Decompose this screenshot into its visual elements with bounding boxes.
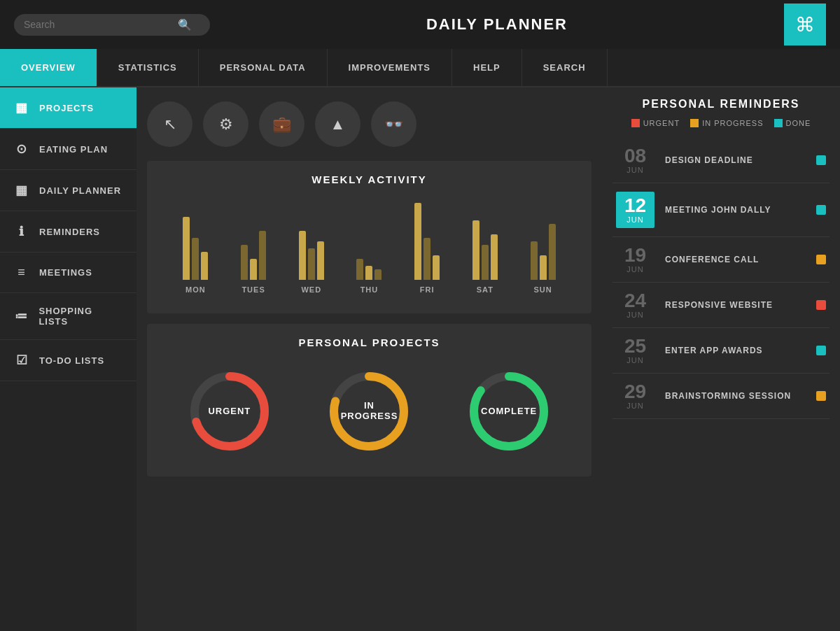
sidebar: ▦ PROJECTS ⊙ EATING PLAN ▦ DAILY PLANNER… <box>0 87 136 631</box>
content-area: ↖ ⚙ 💼 ▲ 👓 WEEKLY ACTIVITY MON <box>136 87 602 631</box>
reminder-date-25: 25 JUN <box>616 336 654 364</box>
reminder-text-12: MEETING JOHN DALLY <box>665 205 806 215</box>
sidebar-item-daily-planner[interactable]: ▦ DAILY PLANNER <box>0 170 136 211</box>
legend-label-done: DONE <box>786 119 811 127</box>
sidebar-item-meetings[interactable]: ≡ MEETINGS <box>0 253 136 293</box>
reminder-08-jun: 08 JUN DESIGN DEADLINE <box>612 138 830 183</box>
day-fri: FRI <box>414 196 440 294</box>
donut-urgent-label: URGENT <box>208 406 251 416</box>
reminders-icon: ℹ <box>14 224 29 239</box>
projects-row: URGENT IN PROGRESS COMPLETE <box>160 359 579 464</box>
bar-thu-2 <box>365 266 372 280</box>
tab-overview[interactable]: OVERVIEW <box>0 49 97 86</box>
sidebar-item-shopping-lists[interactable]: ≔ SHOPPING LISTS <box>0 293 136 340</box>
bar-wed-1 <box>299 231 306 280</box>
reminder-date-12: 12 JUN <box>616 192 654 228</box>
sidebar-label-shopping: SHOPPING LISTS <box>38 306 122 327</box>
day-tues: TUES <box>241 196 266 294</box>
reminder-date-24: 24 JUN <box>616 291 654 319</box>
glasses-icon-btn[interactable]: 👓 <box>371 101 416 147</box>
settings-icon-btn[interactable]: ⚙ <box>203 101 248 147</box>
sidebar-label-eating-plan: EATING PLAN <box>39 144 108 155</box>
icon-row: ↖ ⚙ 💼 ▲ 👓 <box>147 98 592 150</box>
sidebar-label-meetings: MEETINGS <box>39 267 92 278</box>
reminder-month-29: JUN <box>616 402 654 410</box>
legend-progress: IN PROGRESS <box>690 119 763 127</box>
sidebar-label-todo: TO-DO LISTS <box>39 355 104 366</box>
main-layout: ▦ PROJECTS ⊙ EATING PLAN ▦ DAILY PLANNER… <box>0 87 840 631</box>
day-mon: MON <box>183 196 208 294</box>
sidebar-label-daily-planner: DAILY PLANNER <box>39 185 121 196</box>
day-label-tues: TUES <box>241 285 265 294</box>
day-label-mon: MON <box>186 285 206 294</box>
legend-dot-urgent <box>631 119 640 127</box>
legend-urgent: URGENT <box>631 119 680 127</box>
bar-tues-3 <box>259 231 266 280</box>
bar-sun-2 <box>540 255 547 280</box>
page-title: DAILY PLANNER <box>426 15 568 34</box>
tab-improvements[interactable]: IMPROVEMENTS <box>328 49 452 86</box>
donut-urgent: URGENT <box>184 366 275 457</box>
day-sat: SAT <box>472 196 498 294</box>
personal-projects-title: PERSONAL PROJECTS <box>160 336 579 348</box>
bar-mon-1 <box>183 217 190 280</box>
legend-label-progress: IN PROGRESS <box>702 119 763 127</box>
reminder-month-19: JUN <box>616 265 654 274</box>
search-button[interactable]: 🔍 <box>178 18 192 31</box>
tab-search[interactable]: SEARCH <box>522 49 608 86</box>
day-label-sun: SUN <box>533 285 552 294</box>
search-bar[interactable]: 🔍 <box>14 14 210 36</box>
bar-sun-3 <box>549 224 556 280</box>
reminder-month-24: JUN <box>616 311 654 319</box>
tab-help[interactable]: HELP <box>452 49 522 86</box>
cursor-icon-btn[interactable]: ↖ <box>147 101 192 147</box>
bar-tues-2 <box>250 259 257 280</box>
legend-dot-done <box>774 119 783 127</box>
tab-statistics[interactable]: STATISTICS <box>97 49 199 86</box>
weekly-activity-panel: WEEKLY ACTIVITY MON <box>147 161 592 313</box>
sidebar-item-todo-lists[interactable]: ☑ TO-DO LISTS <box>0 340 136 381</box>
day-label-fri: FRI <box>420 285 435 294</box>
briefcase-icon-btn[interactable]: 💼 <box>259 101 304 147</box>
reminder-text-08: DESIGN DEADLINE <box>665 155 806 165</box>
reminder-text-29: BRAINSTORMING SESSION <box>665 391 806 401</box>
day-wed: WED <box>299 196 324 294</box>
donut-complete: COMPLETE <box>463 366 554 457</box>
sidebar-item-eating-plan[interactable]: ⊙ EATING PLAN <box>0 129 136 170</box>
sidebar-item-reminders[interactable]: ℹ REMINDERS <box>0 211 136 253</box>
projects-icon: ▦ <box>14 100 29 115</box>
reminder-day-12: 12 <box>623 196 648 215</box>
bar-thu-3 <box>374 269 382 280</box>
reminder-month-25: JUN <box>616 356 654 364</box>
reminder-text-25: ENTER APP AWARDS <box>665 346 806 355</box>
landscape-icon-btn[interactable]: ▲ <box>315 101 360 147</box>
bar-sat-2 <box>482 245 489 280</box>
todo-icon: ☑ <box>14 353 29 368</box>
eating-plan-icon: ⊙ <box>14 141 29 157</box>
bar-fri-3 <box>433 255 440 280</box>
reminder-month-12: JUN <box>623 215 648 224</box>
reminder-text-24: RESPONSIVE WEBSITE <box>665 300 806 310</box>
bar-thu-1 <box>356 259 363 280</box>
bar-tues-1 <box>241 245 248 280</box>
reminder-day-29: 29 <box>616 382 654 402</box>
reminder-date-29: 29 JUN <box>616 382 654 410</box>
reminder-status-25 <box>816 346 826 355</box>
sidebar-label-projects: PROJECTS <box>39 103 94 113</box>
cmd-icon: ⌘ <box>784 3 826 45</box>
bar-mon-3 <box>201 252 208 280</box>
legend-done: DONE <box>774 119 811 127</box>
tab-personal-data[interactable]: PERSONAL DATA <box>199 49 328 86</box>
bar-fri-2 <box>424 238 430 280</box>
day-label-wed: WED <box>301 285 321 294</box>
header: 🔍 DAILY PLANNER ⌘ <box>0 0 840 49</box>
sidebar-item-projects[interactable]: ▦ PROJECTS <box>0 87 136 129</box>
nav-tabs: OVERVIEW STATISTICS PERSONAL DATA IMPROV… <box>0 49 840 87</box>
day-thu: THU <box>356 196 382 294</box>
bar-sat-1 <box>472 220 479 280</box>
bar-mon-2 <box>192 238 199 280</box>
reminders-title: PERSONAL REMINDERS <box>612 98 830 111</box>
reminder-text-19: CONFERENCE CALL <box>665 255 806 264</box>
day-label-sat: SAT <box>477 285 493 294</box>
search-input[interactable] <box>24 19 178 30</box>
